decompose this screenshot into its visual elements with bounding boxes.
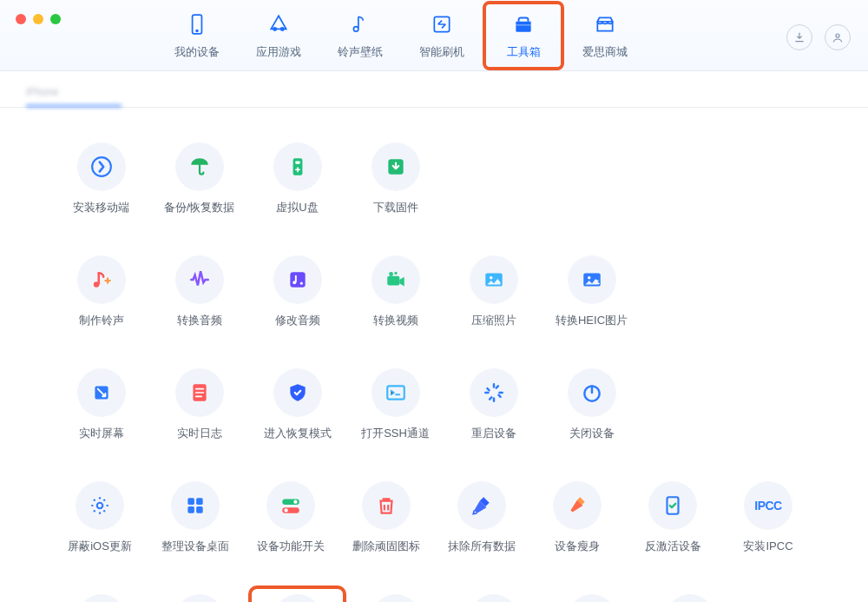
download-button[interactable] <box>786 24 812 50</box>
nav-store[interactable]: 爱思商城 <box>564 1 646 70</box>
tool-label: 整理设备桌面 <box>161 539 229 554</box>
clean-icon <box>553 481 602 530</box>
tool-deactivate[interactable]: 反激活设备 <box>625 473 720 563</box>
tool-label: 压缩照片 <box>471 313 516 328</box>
maximize-window-button[interactable] <box>50 14 61 24</box>
tool-label: 修改音频 <box>275 313 320 328</box>
video-icon <box>372 255 420 304</box>
music-icon <box>349 13 372 39</box>
tool-restart-device[interactable]: 重启设备 <box>444 360 542 450</box>
tool-label: 抹除所有数据 <box>448 539 516 554</box>
tools-row-3: 实时屏幕 实时日志 进入恢复模式 打开SSH通道 重启设备 <box>52 360 816 450</box>
location-icon <box>273 594 322 602</box>
tool-backup-restore[interactable]: 备份/恢复数据 <box>150 134 248 224</box>
svg-point-20 <box>490 276 492 279</box>
tool-virtual-usb[interactable]: 虚拟U盘 <box>248 134 346 224</box>
svg-rect-29 <box>196 498 203 505</box>
tool-ipa-sign[interactable]: IPA IPA签名 <box>444 585 542 602</box>
tool-delete-icons[interactable]: 删除顽固图标 <box>339 473 434 563</box>
tools-row-2: 制作铃声 转换音频 修改音频 转换视频 压缩照片 <box>52 247 816 337</box>
tool-install-mobile[interactable]: 安装移动端 <box>52 134 150 224</box>
svg-point-27 <box>97 503 103 509</box>
tool-manage-profiles[interactable]: 管理描述文件 <box>542 585 641 602</box>
svg-rect-9 <box>293 158 302 175</box>
deactivate-icon <box>648 481 697 530</box>
tool-download-firmware[interactable]: 下载固件 <box>346 134 444 224</box>
nav-label: 我的设备 <box>174 44 220 60</box>
nav-label: 应用游戏 <box>256 44 301 60</box>
tool-block-ios-update[interactable]: 屏蔽iOS更新 <box>52 473 148 563</box>
tool-install-ipcc[interactable]: IPCC 安装IPCC <box>720 473 816 563</box>
tool-feature-toggle[interactable]: 设备功能开关 <box>243 473 339 563</box>
tool-compress-photo[interactable]: 压缩照片 <box>444 247 542 337</box>
tool-virtual-location[interactable]: 虚拟定位 <box>248 585 346 602</box>
lock-icon <box>372 594 420 602</box>
power-icon <box>568 368 616 417</box>
tool-open-ssh[interactable]: 打开SSH通道 <box>346 360 444 450</box>
tool-label: 关闭设备 <box>569 426 615 441</box>
svg-point-17 <box>389 272 393 276</box>
nav-apps-games[interactable]: 应用游戏 <box>238 1 319 70</box>
svg-point-35 <box>284 508 287 512</box>
close-window-button[interactable] <box>16 14 26 24</box>
tool-faceid-check[interactable]: 面容ID检测 <box>641 585 739 602</box>
tool-recovery-mode[interactable]: 进入恢复模式 <box>248 360 346 450</box>
tools-grid: 安装移动端 备份/恢复数据 虚拟U盘 下载固件 制作铃声 <box>0 108 868 602</box>
account-button[interactable] <box>825 24 851 50</box>
hourglass-icon <box>77 594 126 602</box>
svg-rect-16 <box>387 276 399 286</box>
svg-point-18 <box>394 272 397 275</box>
faceid-icon <box>666 594 714 602</box>
tool-jailbreak[interactable]: 一键越狱 <box>346 585 444 602</box>
nav-my-device[interactable]: 我的设备 <box>156 1 238 70</box>
ringtone-icon <box>77 255 126 304</box>
tool-convert-heic[interactable]: 转换HEIC图片 <box>542 247 641 337</box>
tool-label: 实时屏幕 <box>79 426 124 441</box>
tool-organize-desktop[interactable]: 整理设备桌面 <box>148 473 243 563</box>
tool-label: 进入恢复模式 <box>264 426 332 441</box>
tool-realtime-screen[interactable]: 实时屏幕 <box>52 360 150 450</box>
trash-icon <box>362 481 411 530</box>
tool-shutdown-device[interactable]: 关闭设备 <box>542 360 641 450</box>
svg-rect-28 <box>187 498 194 505</box>
umbrella-icon <box>175 142 224 191</box>
nav-label: 铃声壁纸 <box>338 44 383 60</box>
minimize-window-button[interactable] <box>33 14 43 24</box>
screen-icon <box>77 368 126 417</box>
flash-icon <box>431 13 453 39</box>
tool-label: 实时日志 <box>177 426 222 441</box>
log-icon <box>175 368 224 417</box>
svg-rect-31 <box>196 506 203 513</box>
tool-make-ringtone[interactable]: 制作铃声 <box>52 247 150 337</box>
tool-label: 设备瘦身 <box>555 539 600 554</box>
tool-label: 制作铃声 <box>79 313 124 328</box>
tool-erase-all[interactable]: 抹除所有数据 <box>434 473 529 563</box>
tool-label: 安装移动端 <box>73 200 129 215</box>
heic-icon <box>568 255 616 304</box>
terminal-icon <box>372 368 420 417</box>
tool-convert-audio[interactable]: 转换音频 <box>150 247 248 337</box>
nav-label: 爱思商城 <box>582 44 628 60</box>
device-tab[interactable]: iPhone <box>26 86 122 107</box>
svg-point-14 <box>293 281 296 284</box>
nav-toolbox[interactable]: 工具箱 <box>483 1 564 70</box>
device-tabbar: iPhone <box>0 71 868 108</box>
window-controls <box>16 14 61 24</box>
tool-edit-audio[interactable]: 修改音频 <box>248 247 346 337</box>
tool-realtime-log[interactable]: 实时日志 <box>150 360 248 450</box>
nav-smart-flash[interactable]: 智能刷机 <box>401 1 483 70</box>
header-right <box>786 24 851 50</box>
svg-point-12 <box>93 281 99 288</box>
tool-label: 转换视频 <box>373 313 418 328</box>
nav-ringtone-wallpaper[interactable]: 铃声壁纸 <box>319 1 401 70</box>
tool-convert-video[interactable]: 转换视频 <box>346 247 444 337</box>
tool-device-slim[interactable]: 设备瘦身 <box>529 473 625 563</box>
toolbox-icon <box>512 13 535 39</box>
nav-label: 工具箱 <box>507 44 541 60</box>
gear-icon <box>76 481 124 530</box>
tool-time-limit-crack[interactable]: 破解时间限额 <box>52 585 150 602</box>
svg-rect-10 <box>295 162 299 164</box>
svg-point-1 <box>196 30 198 31</box>
tool-batch-activate[interactable]: 批量激活 <box>150 585 248 602</box>
tool-label: 重启设备 <box>471 426 516 441</box>
